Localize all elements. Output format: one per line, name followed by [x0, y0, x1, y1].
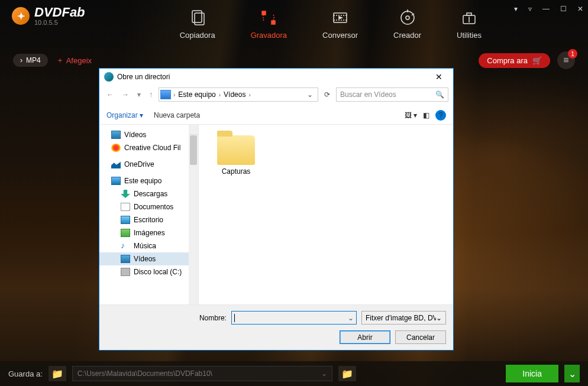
filename-input[interactable]: ⌄	[231, 311, 357, 325]
breadcrumb-dropdown-icon[interactable]: ⌄	[303, 90, 316, 99]
tree-item-videos[interactable]: Vídeos	[99, 128, 198, 141]
tree-item-creative-cloud[interactable]: Creative Cloud Fil	[99, 141, 198, 154]
refresh-icon[interactable]: ⟳	[322, 90, 332, 99]
tree-item-videos-selected[interactable]: Vídeos	[99, 252, 198, 265]
nav-recent-icon[interactable]: ▾	[135, 89, 143, 100]
file-list: Capturas	[199, 125, 453, 304]
tab-copy[interactable]: Copiadora	[180, 8, 215, 40]
close-icon[interactable]: ✕	[577, 5, 583, 13]
hamburger-icon: ≡	[563, 55, 568, 66]
filter-label: Fitxer d'imatge BD, DVD ( *.ini *	[366, 314, 436, 322]
view-mode-icon[interactable]: 🖼 ▾	[405, 111, 417, 119]
desktop-icon	[121, 216, 130, 224]
minimize-icon[interactable]: —	[542, 5, 550, 13]
dialog-title: Obre un directori	[117, 73, 170, 81]
notification-badge: 1	[568, 49, 577, 59]
skin-icon[interactable]: ▾	[514, 5, 518, 13]
music-icon: ♪	[121, 242, 130, 250]
tab-ripper[interactable]: Gravadora	[251, 8, 287, 40]
output-folder-icon[interactable]: 📁	[49, 366, 66, 381]
breadcrumb-folder[interactable]: Vídeos	[222, 90, 247, 99]
open-file-dialog: Obre un directori ✕ ← → ▾ ↑ › Este equip…	[99, 68, 454, 351]
tree-item-music[interactable]: ♪Música	[99, 239, 198, 252]
creator-icon	[398, 8, 417, 27]
nav-back-icon[interactable]: ←	[104, 89, 116, 100]
tree-item-documents[interactable]: Documentos	[99, 200, 198, 213]
window-controls: ▾ ▿ — ☐ ✕	[514, 5, 583, 13]
document-icon	[121, 203, 130, 211]
cart-icon: 🛒	[532, 56, 542, 65]
ripper-icon	[259, 8, 278, 27]
pc-icon	[111, 177, 121, 185]
nav-up-icon[interactable]: ↑	[147, 89, 155, 100]
svg-rect-1	[195, 13, 204, 25]
disk-icon	[121, 268, 130, 276]
nav-forward-icon[interactable]: →	[119, 89, 131, 100]
start-dropdown[interactable]: ⌄	[564, 365, 580, 382]
creative-cloud-icon	[111, 144, 121, 152]
tree-item-this-pc[interactable]: Este equipo	[99, 174, 198, 187]
chevron-right-icon: ›	[219, 92, 221, 98]
add-button[interactable]: ＋ Afegeix	[56, 55, 92, 66]
svg-point-6	[406, 16, 409, 20]
chevron-down-icon: ⌄	[321, 369, 327, 378]
start-button[interactable]: Inicia	[506, 365, 558, 382]
drive-icon	[160, 90, 171, 99]
browse-folder-button[interactable]: 📁	[338, 366, 356, 381]
buy-button[interactable]: Compra ara 🛒	[479, 53, 550, 68]
tab-creator[interactable]: Creador	[393, 8, 421, 40]
format-label: MP4	[26, 56, 41, 64]
tab-utilities[interactable]: Utilities	[457, 8, 482, 40]
tab-label: Utilities	[457, 31, 482, 40]
tree-item-desktop[interactable]: Escritorio	[99, 213, 198, 226]
chevron-right-icon: ›	[248, 92, 250, 98]
chevron-down-icon: ⌄	[436, 314, 442, 322]
format-chip[interactable]: › MP4	[13, 54, 48, 67]
folder-icon	[217, 135, 255, 165]
preview-pane-icon[interactable]: ◧	[423, 111, 429, 119]
tree-item-downloads[interactable]: Descargas	[99, 187, 198, 200]
tab-converter[interactable]: Conversor	[322, 8, 358, 40]
copy-icon	[188, 8, 207, 27]
logo-icon: ✦	[12, 7, 30, 25]
maximize-icon[interactable]: ☐	[560, 5, 567, 13]
breadcrumb-root[interactable]: Este equipo	[176, 90, 217, 99]
folder-tree: Vídeos Creative Cloud Fil OneDrive Este …	[99, 125, 199, 304]
filename-label: Nombre:	[106, 314, 227, 322]
dialog-close-button[interactable]: ✕	[429, 72, 448, 82]
folder-label: Capturas	[222, 167, 251, 176]
filename-dropdown-icon[interactable]: ⌄	[348, 314, 354, 322]
utilities-icon	[460, 8, 479, 27]
tab-label: Copiadora	[180, 31, 215, 40]
tree-item-onedrive[interactable]: OneDrive	[99, 158, 198, 171]
help-icon[interactable]: ?	[435, 110, 446, 121]
search-placeholder: Buscar en Vídeos	[340, 90, 396, 99]
tree-scrollbar[interactable]	[189, 125, 198, 304]
filetype-filter[interactable]: Fitxer d'imatge BD, DVD ( *.ini * ⌄	[361, 311, 446, 325]
tab-label: Creador	[393, 31, 421, 40]
buy-label: Compra ara	[487, 56, 528, 65]
folder-capturas[interactable]: Capturas	[209, 135, 263, 176]
breadcrumb[interactable]: › Este equipo › Vídeos › ⌄	[159, 87, 318, 102]
output-path-field[interactable]: C:\Users\Malavida\Documents\DVDFab10\ ⌄	[72, 366, 332, 381]
tree-item-images[interactable]: Imágenes	[99, 226, 198, 239]
cancel-button[interactable]: Cancelar	[395, 330, 446, 344]
download-icon	[121, 190, 130, 198]
chevron-right-icon: ›	[173, 92, 175, 98]
add-label: Afegeix	[66, 56, 92, 65]
organize-menu[interactable]: Organizar ▾	[106, 111, 143, 119]
converter-icon	[331, 8, 350, 27]
svg-point-5	[401, 11, 414, 24]
tree-item-local-disk[interactable]: Disco local (C:)	[99, 265, 198, 278]
dialog-icon	[104, 72, 114, 82]
tab-label: Gravadora	[251, 31, 287, 40]
open-button[interactable]: Abrir	[340, 330, 390, 344]
search-input[interactable]: Buscar en Vídeos 🔍	[336, 87, 448, 102]
app-name: DVDFab	[34, 6, 85, 19]
pin-icon[interactable]: ▿	[528, 5, 532, 13]
svg-rect-8	[467, 13, 471, 15]
new-folder-button[interactable]: Nueva carpeta	[154, 111, 200, 119]
menu-button[interactable]: ≡ 1	[557, 51, 575, 69]
output-path: C:\Users\Malavida\Documents\DVDFab10\	[77, 369, 212, 378]
save-to-label: Guarda a:	[8, 369, 43, 378]
